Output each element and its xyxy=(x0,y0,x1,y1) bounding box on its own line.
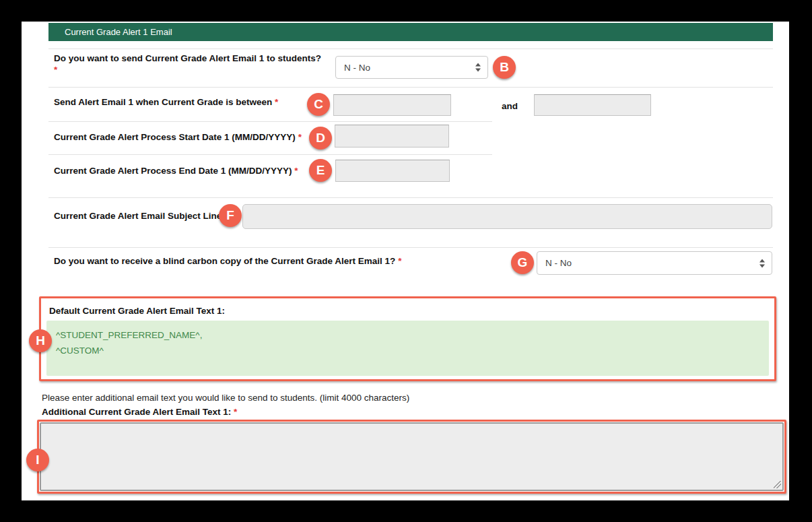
annotation-badge-e: E xyxy=(309,159,332,182)
send-alert-select[interactable]: N - No xyxy=(335,56,488,79)
required-asterisk: * xyxy=(54,65,57,75)
additional-email-textarea[interactable] xyxy=(40,422,784,491)
section-title: Current Grade Alert 1 Email xyxy=(65,27,172,37)
additional-text-label: Additional Current Grade Alert Email Tex… xyxy=(42,406,237,418)
default-email-text: ^STUDENT_PREFERRED_NAME^, ^CUSTOM^ xyxy=(46,321,769,376)
bcc-label: Do you want to receive a blind carbon co… xyxy=(54,255,401,267)
subject-label: Current Grade Alert Email Subject Line 1… xyxy=(54,210,236,222)
bcc-select-value: N - No xyxy=(545,258,572,268)
required-asterisk: * xyxy=(275,97,278,107)
send-alert-select-value: N - No xyxy=(344,63,370,73)
additional-text-highlight-box xyxy=(37,420,786,494)
end-date-label: Current Grade Alert Process End Date 1 (… xyxy=(54,165,298,176)
section-header: Current Grade Alert 1 Email xyxy=(48,23,773,41)
select-arrows-icon xyxy=(759,259,765,267)
required-asterisk: * xyxy=(298,132,302,142)
send-alert-label: Do you want to send Current Grade Alert … xyxy=(54,53,321,75)
default-text-label: Default Current Grade Alert Email Text 1… xyxy=(49,305,225,317)
required-asterisk: * xyxy=(294,166,298,176)
grade-between-low-input[interactable] xyxy=(333,94,451,116)
resize-handle-icon[interactable] xyxy=(774,481,781,488)
divider xyxy=(48,48,773,49)
annotation-badge-f: F xyxy=(219,204,242,227)
required-asterisk: * xyxy=(234,407,237,417)
form-panel: Current Grade Alert 1 Email Do you want … xyxy=(22,22,789,500)
annotation-badge-i: I xyxy=(26,449,49,471)
default-text-highlight-box: Default Current Grade Alert Email Text 1… xyxy=(39,296,776,381)
end-date-input[interactable] xyxy=(335,160,450,182)
start-date-label: Current Grade Alert Process Start Date 1… xyxy=(54,131,302,143)
divider xyxy=(48,154,492,155)
divider xyxy=(48,247,773,248)
divider xyxy=(48,121,492,122)
select-arrows-icon xyxy=(475,63,481,72)
and-label: and xyxy=(502,100,518,112)
grade-between-label: Send Alert Email 1 when Current Grade is… xyxy=(54,96,278,108)
annotation-badge-d: D xyxy=(309,127,332,150)
bcc-select[interactable]: N - No xyxy=(537,251,772,275)
annotation-badge-c: C xyxy=(307,93,330,116)
default-email-text-line: ^CUSTOM^ xyxy=(56,343,769,358)
divider xyxy=(48,87,773,88)
divider xyxy=(48,197,773,198)
start-date-input[interactable] xyxy=(335,125,449,148)
required-asterisk: * xyxy=(398,256,401,266)
annotation-badge-b: B xyxy=(493,56,516,79)
additional-text-instruction: Please enter additional email text you w… xyxy=(42,393,409,403)
annotation-badge-g: G xyxy=(511,251,534,274)
subject-input[interactable] xyxy=(242,204,772,229)
grade-between-high-input[interactable] xyxy=(534,94,651,116)
default-email-text-line: ^STUDENT_PREFERRED_NAME^, xyxy=(56,327,769,343)
annotation-badge-h: H xyxy=(29,329,52,352)
